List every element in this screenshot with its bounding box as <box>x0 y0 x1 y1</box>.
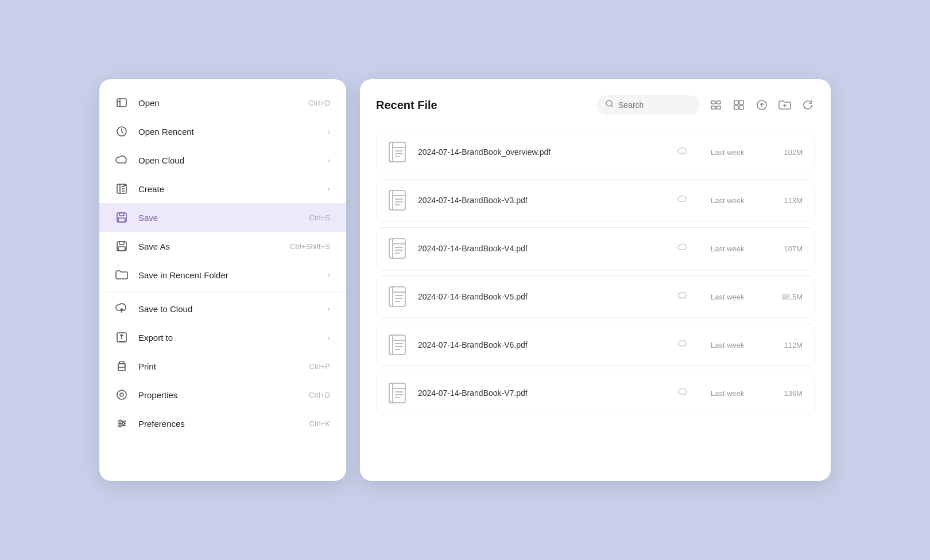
file-cloud-icon <box>677 388 688 398</box>
menu-item-save-as-shortcut: Ctrl+Shift+S <box>290 242 330 251</box>
save-as-icon <box>115 240 128 252</box>
file-name: 2024-07-14-BrandBook-V4.pdf <box>418 244 672 253</box>
svg-rect-40 <box>734 106 738 110</box>
file-name: 2024-07-14-BrandBook-V6.pdf <box>418 340 672 349</box>
menu-item-save-cloud[interactable]: Save to Cloud › <box>99 294 346 323</box>
svg-point-32 <box>606 100 612 106</box>
menu-item-export-label: Export to <box>138 333 328 343</box>
menu-item-save-shortcut: Ctrl+S <box>309 213 330 222</box>
refresh-icon[interactable] <box>801 98 815 112</box>
file-date: Last week <box>711 244 768 253</box>
menu-item-save-recent[interactable]: Save in Rencent Folder › <box>99 260 346 289</box>
file-size: 102M <box>768 148 803 157</box>
svg-rect-16 <box>118 247 125 251</box>
table-row[interactable]: 2024-07-14-BrandBook_overview.pdf Last w… <box>376 131 815 173</box>
search-box[interactable] <box>596 95 700 115</box>
file-date: Last week <box>711 196 768 205</box>
menu-item-save-as[interactable]: Save As Ctrl+Shift+S <box>99 232 346 260</box>
search-icon <box>606 100 614 110</box>
save-icon <box>115 211 128 224</box>
menu-item-create-label: Create <box>138 184 328 194</box>
svg-rect-41 <box>739 106 743 110</box>
svg-point-23 <box>124 365 125 366</box>
file-cloud-icon <box>677 195 688 205</box>
create-icon <box>115 182 128 195</box>
svg-rect-0 <box>117 99 126 107</box>
file-panel: Recent File <box>360 79 831 481</box>
file-name: 2024-07-14-BrandBook-V5.pdf <box>418 292 672 301</box>
table-row[interactable]: 2024-07-14-BrandBook-V4.pdf Last week 10… <box>376 227 815 270</box>
file-date: Last week <box>711 293 768 301</box>
menu-item-open-cloud[interactable]: Open Cloud › <box>99 146 346 174</box>
svg-rect-34 <box>711 101 715 104</box>
svg-rect-15 <box>119 242 124 244</box>
svg-rect-22 <box>119 361 124 364</box>
svg-rect-46 <box>389 142 405 162</box>
svg-point-24 <box>117 390 126 399</box>
file-icon <box>388 190 409 211</box>
file-size: 113M <box>768 196 803 205</box>
file-cloud-icon <box>677 340 688 350</box>
svg-rect-35 <box>716 101 720 104</box>
menu-item-save-label: Save <box>138 213 309 223</box>
open-recent-arrow: › <box>328 127 330 136</box>
menu-item-open-recent-label: Open Rencent <box>138 127 328 137</box>
file-icon <box>388 286 409 307</box>
open-icon <box>115 96 128 109</box>
table-row[interactable]: 2024-07-14-BrandBook-V6.pdf Last week 11… <box>376 324 815 366</box>
file-cloud-icon <box>677 291 688 302</box>
menu-item-save-cloud-label: Save to Cloud <box>138 304 328 314</box>
upload-cloud-icon <box>115 302 128 315</box>
menu-item-properties-shortcut: Ctrl+D <box>309 391 330 399</box>
table-row[interactable]: 2024-07-14-BrandBook-V3.pdf Last week 11… <box>376 179 815 221</box>
menu-item-properties[interactable]: Properties Ctrl+D <box>99 380 346 409</box>
menu-item-print-shortcut: Ctrl+P <box>309 362 330 371</box>
svg-rect-76 <box>389 383 405 403</box>
clock-icon <box>115 125 128 138</box>
file-cloud-icon <box>677 243 688 254</box>
svg-rect-58 <box>389 239 405 258</box>
create-arrow: › <box>328 185 330 193</box>
file-name: 2024-07-14-BrandBook-V7.pdf <box>418 388 672 398</box>
file-size: 112M <box>768 341 803 349</box>
menu-item-open-shortcut: Ctrl+O <box>308 99 330 107</box>
menu-item-open-label: Open <box>138 98 308 108</box>
menu-item-export[interactable]: Export to › <box>99 323 346 352</box>
file-name: 2024-07-14-BrandBook_overview.pdf <box>418 147 672 157</box>
app-container: Open Ctrl+O Open Rencent › Open Cloud › <box>76 56 854 504</box>
grid-view-icon[interactable] <box>732 98 746 112</box>
menu-item-print[interactable]: Print Ctrl+P <box>99 352 346 380</box>
svg-rect-13 <box>118 218 125 222</box>
svg-rect-12 <box>119 213 124 216</box>
menu-item-properties-label: Properties <box>138 390 309 400</box>
upload-icon[interactable] <box>755 98 769 112</box>
list-view-icon[interactable] <box>709 98 723 112</box>
menu-item-open[interactable]: Open Ctrl+O <box>99 88 346 117</box>
svg-point-30 <box>122 422 125 425</box>
properties-icon <box>115 388 128 401</box>
menu-item-preferences[interactable]: Preferences Ctrl+K <box>99 409 346 438</box>
search-input[interactable] <box>618 100 691 110</box>
file-size: 136M <box>768 389 803 398</box>
file-cloud-icon <box>677 147 688 157</box>
svg-point-31 <box>119 425 121 427</box>
table-row[interactable]: 2024-07-14-BrandBook-V7.pdf Last week 13… <box>376 372 815 414</box>
file-icon <box>388 383 409 403</box>
file-date: Last week <box>711 389 768 398</box>
svg-rect-21 <box>118 367 125 371</box>
file-icon <box>388 335 409 355</box>
table-row[interactable]: 2024-07-14-BrandBook-V5.pdf Last week 98… <box>376 275 815 318</box>
menu-item-create[interactable]: Create › <box>99 174 346 203</box>
file-size: 98.5M <box>768 293 803 301</box>
file-date: Last week <box>711 341 768 349</box>
cloud-icon <box>115 154 128 166</box>
file-name: 2024-07-14-BrandBook-V3.pdf <box>418 196 672 205</box>
menu-divider-1 <box>99 291 346 292</box>
file-size: 107M <box>768 244 803 253</box>
svg-rect-36 <box>711 106 715 109</box>
menu-item-open-recent[interactable]: Open Rencent › <box>99 117 346 146</box>
svg-rect-39 <box>739 100 743 104</box>
menu-item-save[interactable]: Save Ctrl+S <box>99 203 346 232</box>
svg-line-33 <box>611 106 613 107</box>
new-folder-icon[interactable] <box>778 98 792 112</box>
